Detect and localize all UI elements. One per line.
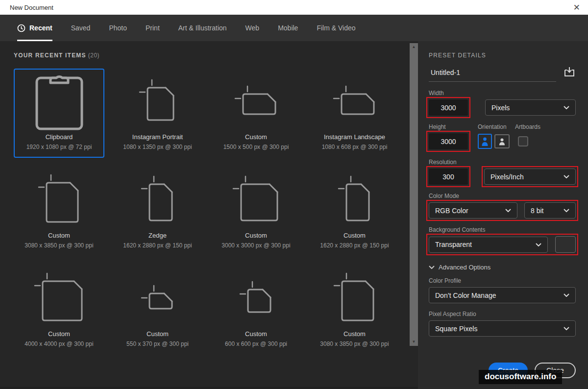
- tab-label: Mobile: [278, 24, 298, 32]
- save-preset-icon[interactable]: [563, 66, 576, 80]
- color-mode-select[interactable]: RGB Color: [429, 202, 517, 219]
- document-preset-icon: [212, 168, 300, 231]
- recent-items-panel: YOUR RECENT ITEMS(20) Clipboard1920 x 10…: [0, 41, 418, 389]
- bit-depth-select[interactable]: 8 bit: [524, 202, 576, 219]
- tab-label: Art & Illustration: [178, 24, 227, 32]
- recent-item-dims: 1920 x 1080 px @ 72 ppi: [26, 144, 92, 150]
- document-preset-icon: [15, 168, 103, 231]
- background-contents-select[interactable]: Transparent: [429, 237, 548, 253]
- resolution-unit-select[interactable]: Pixels/Inch: [484, 169, 576, 185]
- chevron-down-icon: [564, 106, 569, 109]
- tab-print[interactable]: Print: [146, 15, 160, 41]
- recent-item-dims: 4000 x 4000 px @ 300 ppi: [24, 340, 93, 347]
- recent-item[interactable]: Instagram Landscape1080 x 608 px @ 300 p…: [309, 69, 400, 158]
- orientation-portrait-button[interactable]: [478, 134, 492, 149]
- pixel-aspect-ratio-label: Pixel Aspect Ratio: [429, 311, 576, 317]
- recent-item-name: Custom: [48, 232, 70, 239]
- tab-mobile[interactable]: Mobile: [278, 15, 298, 41]
- artboards-label: Artboards: [515, 123, 540, 130]
- recent-item[interactable]: Custom4000 x 4000 px @ 300 ppi: [14, 266, 104, 355]
- tab-saved[interactable]: Saved: [71, 15, 91, 41]
- recent-item-name: Custom: [48, 330, 70, 338]
- background-annotation-box: Transparent: [426, 234, 578, 255]
- tab-label: Saved: [71, 24, 91, 32]
- document-preset-icon: [310, 168, 399, 231]
- pixel-aspect-ratio-select[interactable]: Square Pixels: [429, 320, 576, 337]
- tab-film-video[interactable]: Film & Video: [317, 15, 355, 41]
- recent-items-grid: Clipboard1920 x 1080 px @ 72 ppiInstagra…: [14, 69, 400, 355]
- pixel-aspect-ratio-value: Square Pixels: [435, 325, 477, 333]
- preset-details-panel: PRESET DETAILS Untitled-1 Width 3000 Pix…: [418, 41, 588, 389]
- recent-item[interactable]: Custom550 x 370 px @ 300 ppi: [112, 266, 203, 355]
- width-label: Width: [429, 90, 576, 97]
- recent-item-name: Custom: [245, 330, 267, 338]
- vertical-scrollbar[interactable]: ▲ ▼: [410, 43, 418, 346]
- width-input[interactable]: 3000: [429, 99, 468, 116]
- chevron-down-icon: [564, 175, 569, 178]
- chevron-down-icon: [429, 266, 435, 269]
- document-preset-icon: [113, 70, 202, 132]
- preset-details-heading: PRESET DETAILS: [429, 52, 576, 59]
- tab-recent[interactable]: Recent: [17, 15, 52, 41]
- background-color-swatch[interactable]: [555, 236, 576, 253]
- document-name-input[interactable]: Untitled-1: [429, 66, 556, 82]
- scrollbar-thumb[interactable]: ▲ ▼: [410, 43, 418, 346]
- stock-search-strip: Find more templates on Adobe Stock Go: [0, 387, 418, 389]
- artboards-checkbox[interactable]: [518, 136, 528, 146]
- orientation-landscape-button[interactable]: [494, 134, 510, 148]
- recent-item[interactable]: Custom3080 x 3850 px @ 300 ppi: [309, 266, 400, 355]
- new-document-dialog: New Document ✕ RecentSavedPhotoPrintArt …: [0, 0, 588, 389]
- color-mode-annotation-box: RGB Color 8 bit: [426, 200, 578, 221]
- recent-item-name: Custom: [245, 133, 267, 141]
- title-bar: New Document ✕: [0, 0, 588, 15]
- recent-item[interactable]: Custom1500 x 500 px @ 300 ppi: [211, 69, 301, 158]
- recent-items-count: (20): [88, 52, 99, 59]
- recent-item[interactable]: Instagram Portrait1080 x 1350 px @ 300 p…: [112, 69, 203, 158]
- scroll-down-icon[interactable]: ▼: [412, 340, 416, 344]
- resolution-input[interactable]: 300: [429, 169, 468, 185]
- document-preset-icon: [15, 267, 103, 329]
- recent-item[interactable]: Custom3080 x 3850 px @ 300 ppi: [14, 167, 104, 256]
- recent-item-dims: 1500 x 500 px @ 300 ppi: [223, 144, 289, 150]
- recent-item[interactable]: Clipboard1920 x 1080 px @ 72 ppi: [14, 69, 104, 158]
- close-icon[interactable]: ✕: [573, 3, 580, 12]
- height-label: Height: [429, 123, 478, 130]
- chevron-down-icon: [536, 243, 541, 246]
- color-mode-label: Color Mode: [429, 193, 576, 199]
- resolution-unit-value: Pixels/Inch: [490, 173, 524, 181]
- resolution-unit-annotation-box: Pixels/Inch: [482, 166, 578, 187]
- recent-item-name: Instagram Landscape: [324, 133, 385, 141]
- recent-item[interactable]: Custom600 x 600 px @ 300 ppi: [211, 266, 301, 355]
- recent-item-dims: 3080 x 3850 px @ 300 ppi: [320, 340, 389, 347]
- recent-item-dims: 1080 x 1350 px @ 300 ppi: [123, 144, 192, 150]
- recent-item-name: Zedge: [148, 232, 167, 239]
- tab-label: Film & Video: [317, 24, 355, 32]
- document-preset-icon: [113, 267, 202, 329]
- clock-icon: [17, 24, 25, 32]
- tab-photo[interactable]: Photo: [109, 15, 127, 41]
- tab-art-illustration[interactable]: Art & Illustration: [178, 15, 227, 41]
- advanced-options-label: Advanced Options: [439, 264, 490, 271]
- scroll-up-icon[interactable]: ▲: [412, 45, 416, 49]
- height-input[interactable]: 3000: [429, 133, 468, 149]
- document-preset-icon: [310, 267, 399, 329]
- recent-item[interactable]: Custom3000 x 3000 px @ 300 ppi: [211, 167, 301, 256]
- tab-web[interactable]: Web: [245, 15, 260, 41]
- recent-item-dims: 3080 x 3850 px @ 300 ppi: [24, 242, 93, 249]
- advanced-options-toggle[interactable]: Advanced Options: [429, 264, 576, 271]
- chevron-down-icon: [564, 209, 569, 212]
- recent-item[interactable]: Custom1620 x 2880 px @ 150 ppi: [309, 167, 400, 256]
- document-preset-icon: [212, 267, 300, 329]
- chevron-down-icon: [564, 327, 569, 330]
- tab-label: Web: [245, 24, 260, 32]
- resolution-label: Resolution: [429, 159, 576, 166]
- color-profile-select[interactable]: Don’t Color Manage: [429, 287, 576, 303]
- width-unit-select[interactable]: Pixels: [485, 99, 576, 116]
- recent-item[interactable]: Zedge1620 x 2880 px @ 150 ppi: [112, 167, 203, 256]
- height-annotation-box: 3000: [426, 131, 470, 152]
- portrait-person-icon: [481, 137, 489, 146]
- tab-label: Recent: [29, 24, 52, 32]
- recent-item-dims: 1620 x 2880 px @ 150 ppi: [320, 242, 389, 249]
- color-mode-value: RGB Color: [435, 207, 468, 215]
- recent-item-dims: 550 x 370 px @ 300 ppi: [126, 340, 189, 347]
